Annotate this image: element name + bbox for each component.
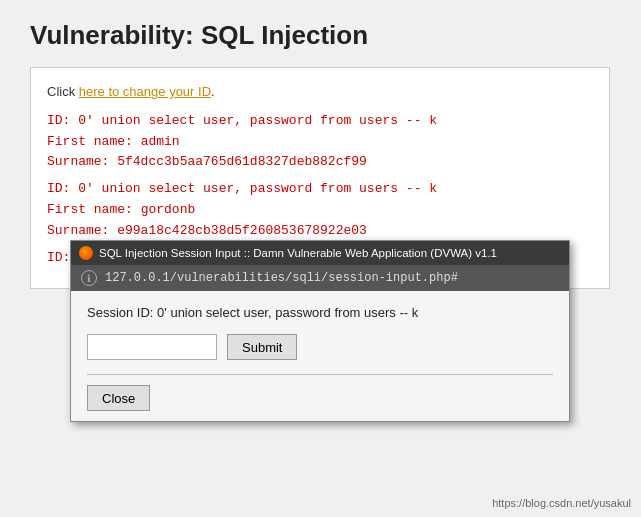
result-1-firstname: First name: admin bbox=[47, 132, 593, 153]
result-1-surname: Surname: 5f4dcc3b5aa765d61d8327deb882cf9… bbox=[47, 152, 593, 173]
submit-button[interactable]: Submit bbox=[227, 334, 297, 360]
result-block-1: ID: 0' union select user, password from … bbox=[47, 111, 593, 173]
dialog-title-text: SQL Injection Session Input :: Damn Vuln… bbox=[99, 247, 497, 259]
info-symbol: ℹ bbox=[87, 273, 91, 284]
result-2-id: ID: 0' union select user, password from … bbox=[47, 179, 593, 200]
result-2-surname-value: e99a18c428cb38d5f260853678922e03 bbox=[117, 223, 367, 238]
session-input[interactable] bbox=[87, 334, 217, 360]
result-block-2: ID: 0' union select user, password from … bbox=[47, 179, 593, 241]
dialog-titlebar: SQL Injection Session Input :: Damn Vuln… bbox=[71, 241, 569, 265]
dialog-addressbar: ℹ 127.0.0.1/vulnerabilities/sqli/session… bbox=[71, 265, 569, 291]
page-title: Vulnerability: SQL Injection bbox=[30, 20, 611, 51]
result-1-firstname-label: First name: bbox=[47, 134, 141, 149]
footer-link: https://blog.csdn.net/yusakul bbox=[492, 497, 631, 509]
dialog-body: Session ID: 0' union select user, passwo… bbox=[71, 291, 569, 421]
result-2-firstname-value: gordonb bbox=[141, 202, 196, 217]
separator bbox=[87, 374, 553, 375]
close-button[interactable]: Close bbox=[87, 385, 150, 411]
click-intro-line: Click here to change your ID. bbox=[47, 82, 593, 103]
result-1-id: ID: 0' union select user, password from … bbox=[47, 111, 593, 132]
result-2-surname-label: Surname: bbox=[47, 223, 117, 238]
session-id-line: Session ID: 0' union select user, passwo… bbox=[87, 305, 553, 320]
address-text: 127.0.0.1/vulnerabilities/sqli/session-i… bbox=[105, 271, 458, 285]
input-row: Submit bbox=[87, 334, 553, 360]
result-1-surname-value: 5f4dcc3b5aa765d61d8327deb882cf99 bbox=[117, 154, 367, 169]
click-period: . bbox=[211, 84, 215, 99]
dialog-window: SQL Injection Session Input :: Damn Vuln… bbox=[70, 240, 570, 422]
firefox-icon bbox=[79, 246, 93, 260]
result-2-surname: Surname: e99a18c428cb38d5f260853678922e0… bbox=[47, 221, 593, 242]
result-1-surname-label: Surname: bbox=[47, 154, 117, 169]
result-2-firstname-label: First name: bbox=[47, 202, 141, 217]
result-1-firstname-value: admin bbox=[141, 134, 180, 149]
change-id-link[interactable]: here to change your ID bbox=[79, 84, 211, 99]
click-text: Click bbox=[47, 84, 79, 99]
result-2-firstname: First name: gordonb bbox=[47, 200, 593, 221]
info-icon: ℹ bbox=[81, 270, 97, 286]
